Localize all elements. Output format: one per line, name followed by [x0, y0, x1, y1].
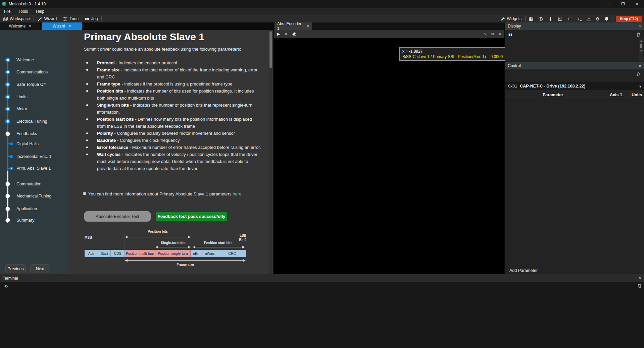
sidebar-item-welcome[interactable]: Welcome [16, 58, 34, 62]
absolute-encoder-test-button[interactable]: Absolute Encoder Test [84, 211, 151, 222]
bullet-text: - Maximum number of error frames accepte… [128, 145, 261, 150]
here-link[interactable]: here [233, 191, 241, 196]
sidebar-item-summary[interactable]: Summary [16, 218, 34, 223]
axis-color-dot [603, 93, 606, 96]
wizard-button[interactable]: Wizard [35, 15, 60, 22]
window-controls: — × [602, 0, 644, 8]
workspace-icon [3, 16, 8, 21]
signal-style-linear-icon[interactable]: ∿ [483, 32, 487, 37]
sidebar-item-digital-halls[interactable]: Digital Halls [16, 141, 39, 146]
trash-icon[interactable] [637, 283, 642, 288]
close-icon[interactable]: × [636, 63, 644, 68]
drive-name: CAP-NET-C - Drive (192.168.2.22) [517, 84, 585, 89]
sidebar-item-commutation[interactable]: Commutation [16, 182, 41, 186]
step-marker-todo [6, 207, 10, 211]
stop-button[interactable]: Stop (F12) [616, 16, 642, 22]
bullet-item: Single-turn bits - Indicates the number … [86, 102, 261, 116]
toolbar-separator [612, 16, 612, 21]
bullet-item: Baudrate - Configures the clock frequenc… [86, 137, 261, 144]
info-note: You can find more information about Prim… [82, 190, 263, 197]
play-button[interactable]: ▶ [277, 32, 280, 36]
application-window: MotionLab 3 - 1.4.10 — × FileToolsHelp W… [0, 0, 644, 348]
sidebar-item-communications[interactable]: Communications [16, 70, 48, 74]
scope-chart-icon[interactable] [558, 16, 563, 21]
sidebar-item-motor[interactable]: Motor [16, 107, 27, 111]
bullet-term: Error tolerance [97, 145, 128, 150]
trash-icon[interactable] [636, 72, 641, 76]
capture-signal-icon[interactable] [567, 16, 573, 21]
sidebar-item-electrical-tuning[interactable]: Electrical Tuning [16, 119, 47, 124]
bullet-item: Position start bits - Defines how many b… [86, 116, 261, 130]
notifications-bell-icon[interactable] [604, 16, 609, 21]
wizard-label: Wizard [44, 16, 57, 21]
control-panel-header: Control × [505, 62, 644, 69]
column-parameter: Parameter [543, 93, 563, 97]
chevron-down-icon[interactable]: ▾ [639, 84, 644, 89]
previous-button[interactable]: Previous [5, 264, 26, 273]
signal-style-multi-icon[interactable]: ≋ [491, 32, 495, 37]
display-scrollbar[interactable]: ▲▼ [639, 39, 643, 61]
sidebar-item-feedbacks[interactable]: Feedbacks [16, 131, 37, 136]
stop-capture-button[interactable]: ■ [285, 32, 287, 36]
close-icon[interactable]: × [68, 24, 71, 28]
menu-tools[interactable]: Tools [14, 8, 32, 15]
step-marker-done [5, 119, 10, 124]
sidebar-item-prim-abs-slave-1[interactable]: Prim. Abs. Slave 1 [16, 166, 51, 171]
close-button[interactable]: × [630, 0, 644, 8]
close-icon[interactable]: × [636, 24, 644, 29]
eraser-icon[interactable] [292, 32, 296, 36]
content-scrollbar[interactable] [269, 30, 272, 274]
next-button[interactable]: Next [30, 264, 50, 273]
step-marker-subdone [10, 142, 13, 146]
terminal-icon[interactable] [577, 16, 582, 21]
pause-icon[interactable]: ▮▮ [508, 33, 512, 36]
close-icon[interactable]: × [29, 24, 31, 28]
menu-file[interactable]: File [0, 8, 14, 15]
bullet-term: Polarity [97, 131, 113, 136]
tab-welcome[interactable]: Welcome× [0, 22, 40, 30]
widgets-button[interactable]: Widgets [497, 15, 525, 22]
warnings-icon[interactable]: ⚠ [585, 16, 593, 21]
sidebar-item-limits[interactable]: Limits [16, 95, 28, 99]
gamepad-icon [85, 16, 90, 21]
page-title: Primary Absolute Slave 1 [84, 31, 204, 43]
sidebar-item-safe-torque-off[interactable]: Safe Torque Off [16, 82, 46, 87]
terminal-output[interactable] [5, 286, 629, 347]
scrollbar-thumb[interactable] [640, 44, 642, 48]
maximize-button[interactable] [616, 0, 630, 8]
wizard-content: Primary Absolute Slave 1 Summit driver c… [68, 30, 273, 274]
signal-style-step-icon[interactable]: ≈ [499, 32, 501, 37]
minimize-button[interactable]: — [602, 0, 616, 8]
jog-button[interactable]: Jog [82, 15, 101, 22]
trash-icon[interactable] [636, 32, 641, 37]
sidebar-item-mechanical-tuning[interactable]: Mechanical Tuning [16, 194, 51, 198]
terminal-header: Terminal × [0, 274, 644, 282]
maximize-icon [622, 2, 625, 5]
sidebar-item-application[interactable]: Application [16, 207, 37, 211]
workspace-button[interactable]: Workspace [0, 15, 33, 22]
wizard-steps-sidebar: WelcomeCommunicationsSafe Torque OffLimi… [0, 30, 68, 274]
scope-plot[interactable]: x = -1.8827 BiSS-C slave 1 / Primary SSI… [274, 38, 504, 274]
display-panel-title: Display [505, 24, 521, 28]
menu-help[interactable]: Help [32, 8, 48, 15]
watcher-eye-icon[interactable] [538, 16, 543, 21]
feedback-test-status-badge: Feedback test pass successfully [156, 212, 227, 221]
drive-selector[interactable]: 0x01 CAP-NET-C - Drive (192.168.2.22) ▾ [505, 82, 644, 90]
wizard-panel: Welcome×Wizard× WelcomeCommunicationsSaf… [0, 22, 273, 274]
settings-gear-icon[interactable]: ⚙ [593, 16, 602, 21]
scrollbar-thumb[interactable] [269, 31, 272, 68]
close-icon[interactable]: × [636, 276, 644, 281]
bullet-text: - Configures the clock frequency [116, 138, 180, 143]
terminal-title: Terminal [3, 276, 18, 281]
info-suffix: . [241, 191, 243, 196]
add-parameter-button[interactable]: Add Parameter [509, 268, 538, 273]
tab-wizard[interactable]: Wizard× [42, 22, 82, 30]
tab-label: Welcome [9, 24, 26, 28]
close-icon[interactable]: × [307, 24, 309, 28]
sidebar-item-incremental-enc-1[interactable]: Incremental Enc. 1 [16, 154, 51, 159]
tab-abs-encoder-1[interactable]: Abs. Encoder 1 × [275, 22, 312, 30]
tune-button[interactable]: Tune [60, 15, 82, 22]
bullet-term: Frame type [97, 81, 120, 86]
motion-move-icon[interactable] [548, 16, 553, 21]
registers-table-icon[interactable] [529, 16, 534, 21]
